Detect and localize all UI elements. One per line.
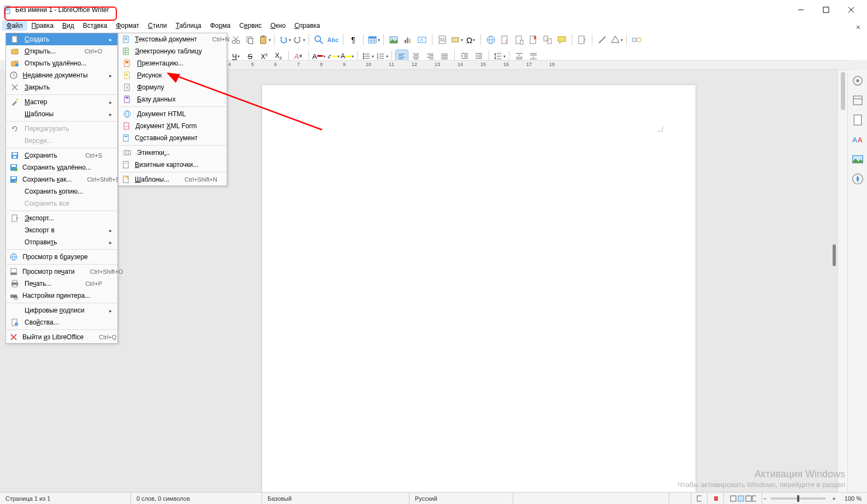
menu-файл[interactable]: Файл	[2, 21, 27, 31]
redo-button[interactable]: ▾	[292, 33, 305, 46]
menu-item-label: Создать	[25, 35, 87, 43]
maximize-button[interactable]	[813, 2, 839, 18]
create-submenu-item-3[interactable]: Рисунок	[118, 69, 227, 81]
file-menu-item-7[interactable]: Шаблоны▸	[6, 108, 117, 120]
scrollbar-thumb[interactable]	[841, 72, 845, 110]
formatting-marks-button[interactable]: ¶	[347, 33, 360, 46]
svg-rect-113	[13, 156, 16, 158]
sidebar-properties-icon[interactable]	[851, 94, 864, 107]
create-submenu-item-4[interactable]: √Формулу	[118, 81, 227, 93]
file-menu-item-13[interactable]: Сохранить удалённо...	[6, 161, 117, 173]
menu-форма[interactable]: Форма	[206, 21, 235, 31]
draw-functions-button[interactable]	[630, 33, 643, 46]
sidebar-styles-icon[interactable]: AA	[851, 133, 864, 146]
track-changes-button[interactable]	[575, 33, 589, 46]
bookmark-button[interactable]	[527, 33, 540, 46]
minimize-button[interactable]	[788, 2, 813, 18]
create-submenu-item-0[interactable]: Текстовый документCtrl+N	[118, 33, 227, 45]
insert-special-char-button[interactable]: Ω▾	[464, 33, 477, 46]
horizontal-ruler[interactable]: 123456789101112131415161718	[126, 60, 851, 70]
zoom-value[interactable]: 100 %	[839, 493, 867, 504]
comment-button[interactable]	[555, 33, 568, 46]
file-menu-item-2[interactable]: Открыть удалённо...	[6, 57, 117, 69]
hyperlink-button[interactable]	[484, 33, 497, 46]
sidebar-gallery-icon[interactable]	[851, 153, 864, 166]
status-page[interactable]: Страница 1 из 1	[0, 493, 131, 504]
endnote-button[interactable]	[513, 33, 526, 46]
create-submenu-item-5[interactable]: Базу данных	[118, 93, 227, 105]
file-menu-item-19[interactable]: Экспорт в▸	[6, 224, 117, 236]
file-menu-item-12[interactable]: СохранитьCtrl+S	[6, 149, 117, 161]
zoom-slider[interactable]	[771, 497, 826, 500]
file-menu-item-28[interactable]: Цифровые подписи▸	[6, 304, 117, 316]
find-button[interactable]	[312, 33, 325, 46]
status-insert-mode[interactable]	[669, 493, 691, 504]
file-menu-item-29[interactable]: iСвойства...	[6, 316, 117, 328]
create-submenu-item-1[interactable]: Электронную таблицу	[118, 45, 227, 57]
file-menu-item-3[interactable]: Недавние документы▸	[6, 69, 117, 81]
file-menu-item-14[interactable]: Сохранить как...Ctrl+Shift+S	[6, 173, 117, 185]
status-view-layout[interactable]	[724, 493, 762, 504]
file-menu-item-20[interactable]: Отправить▸	[6, 236, 117, 248]
vertical-scrollbar[interactable]	[838, 70, 847, 492]
menu-правка[interactable]: Правка	[27, 21, 58, 31]
menu-стили[interactable]: Стили	[144, 21, 171, 31]
svg-line-46	[599, 37, 605, 43]
file-menu-item-4[interactable]: Закрыть	[6, 81, 117, 93]
create-submenu-item-14[interactable]: Шаблоны...Ctrl+Shift+N	[118, 173, 227, 185]
close-document-button[interactable]: ×	[856, 23, 860, 32]
menu-справка[interactable]: Справка	[290, 21, 324, 31]
status-signature[interactable]	[708, 493, 724, 504]
sidebar-page-icon[interactable]	[851, 113, 864, 127]
status-word-count[interactable]: 0 слов, 0 символов	[131, 493, 262, 504]
cross-reference-button[interactable]	[541, 33, 554, 46]
insert-field-button[interactable]: ▾	[450, 33, 463, 46]
file-menu-item-1[interactable]: Открыть...Ctrl+O	[6, 45, 117, 57]
cut-button[interactable]	[229, 33, 242, 46]
insert-chart-button[interactable]	[401, 33, 414, 46]
spellcheck-button[interactable]: Abc	[326, 33, 340, 46]
close-window-button[interactable]	[839, 2, 864, 18]
status-language[interactable]: Русский	[409, 493, 513, 504]
file-menu-item-0[interactable]: Создать▸	[6, 33, 117, 45]
file-menu-item-22[interactable]: Просмотр в браузере	[6, 251, 117, 263]
page[interactable]	[262, 85, 696, 492]
copy-button[interactable]	[244, 33, 257, 46]
zoom-out-button[interactable]: −	[762, 493, 768, 504]
file-menu-item-6[interactable]: Мастер▸	[6, 96, 117, 108]
file-menu-item-24[interactable]: Просмотр печатиCtrl+Shift+O	[6, 266, 117, 278]
menu-сервис[interactable]: Сервис	[235, 21, 266, 31]
sidebar-settings-icon[interactable]	[851, 74, 864, 87]
menu-окно[interactable]: Окно	[266, 21, 290, 31]
insert-pagebreak-button[interactable]	[436, 33, 449, 46]
sidebar-navigator-icon[interactable]	[851, 172, 864, 185]
file-menu-item-25[interactable]: Печать...Ctrl+P	[6, 278, 117, 290]
status-selection-mode[interactable]	[691, 493, 708, 504]
scroll-marker[interactable]	[833, 244, 836, 266]
menu-таблица[interactable]: Таблица	[171, 21, 206, 31]
insert-textbox-button[interactable]: A	[415, 33, 429, 46]
zoom-in-button[interactable]: +	[829, 493, 839, 504]
create-submenu-item-2[interactable]: Презентацию...	[118, 57, 227, 69]
menu-вставка[interactable]: Вставка	[79, 21, 112, 31]
menu-формат[interactable]: Формат	[111, 21, 144, 31]
file-menu-item-26[interactable]: Настройки принтера...	[6, 290, 117, 302]
footnote-button[interactable]: 1	[498, 33, 512, 46]
status-style[interactable]: Базовый	[262, 493, 409, 504]
undo-button[interactable]: ▾	[278, 33, 291, 46]
create-submenu-item-9[interactable]: Составной документ	[118, 132, 227, 144]
line-button[interactable]	[596, 33, 609, 46]
file-menu-item-15[interactable]: Сохранить копию...	[6, 185, 117, 197]
menu-item-label: Настройки принтера...	[22, 292, 90, 299]
insert-image-button[interactable]	[387, 33, 400, 46]
create-submenu-item-8[interactable]: </>Документ XML Form	[118, 120, 227, 132]
create-submenu-item-11[interactable]: Этикетки...	[118, 147, 227, 159]
insert-table-button[interactable]: ▾	[367, 33, 380, 46]
menu-вид[interactable]: Вид	[58, 21, 79, 31]
create-submenu-item-7[interactable]: Документ HTML	[118, 108, 227, 120]
basic-shapes-button[interactable]: ▾	[610, 33, 623, 46]
file-menu-item-31[interactable]: Выйти из LibreOfficeCtrl+Q	[6, 331, 117, 343]
file-menu-item-18[interactable]: Экспорт...	[6, 212, 117, 224]
paste-button[interactable]: ▾	[258, 33, 271, 46]
create-submenu-item-12[interactable]: Визитные карточки...	[118, 159, 227, 171]
